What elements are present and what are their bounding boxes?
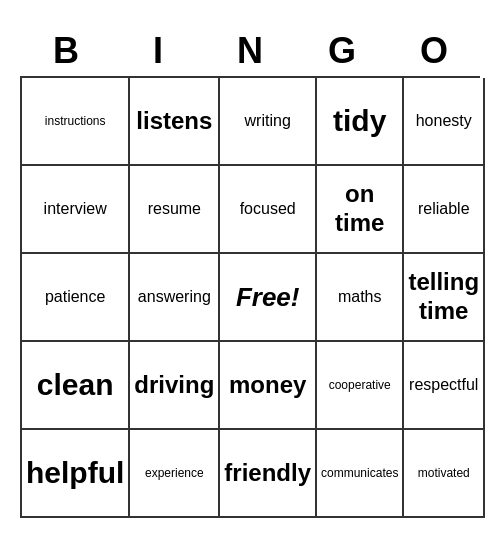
cell-text: writing xyxy=(245,111,291,130)
bingo-cell[interactable]: motivated xyxy=(404,430,485,518)
header-letter: N xyxy=(204,26,296,76)
cell-text: listens xyxy=(136,107,212,136)
cell-text: money xyxy=(229,371,306,400)
header-letter: I xyxy=(112,26,204,76)
header-letter: B xyxy=(20,26,112,76)
bingo-cell[interactable]: tidy xyxy=(317,78,404,166)
bingo-cell[interactable]: ontime xyxy=(317,166,404,254)
bingo-cell[interactable]: experience xyxy=(130,430,220,518)
cell-text: cooperative xyxy=(329,378,391,392)
cell-text: experience xyxy=(145,466,204,480)
cell-text: ontime xyxy=(335,180,384,238)
bingo-cell[interactable]: resume xyxy=(130,166,220,254)
cell-text: friendly xyxy=(224,459,311,488)
cell-text: driving xyxy=(134,371,214,400)
bingo-cell[interactable]: communicates xyxy=(317,430,404,518)
bingo-cell[interactable]: driving xyxy=(130,342,220,430)
bingo-cell[interactable]: patience xyxy=(22,254,130,342)
bingo-cell[interactable]: writing xyxy=(220,78,317,166)
bingo-cell[interactable]: money xyxy=(220,342,317,430)
bingo-cell[interactable]: Free! xyxy=(220,254,317,342)
bingo-cell[interactable]: helpful xyxy=(22,430,130,518)
cell-text: helpful xyxy=(26,455,124,491)
cell-text: instructions xyxy=(45,114,106,128)
bingo-cell[interactable]: tellingtime xyxy=(404,254,485,342)
bingo-grid: instructionslistenswritingtidyhonestyint… xyxy=(20,76,480,518)
cell-text: Free! xyxy=(236,282,300,313)
bingo-cell[interactable]: interview xyxy=(22,166,130,254)
bingo-card: BINGO instructionslistenswritingtidyhone… xyxy=(10,16,490,528)
cell-text: interview xyxy=(44,199,107,218)
cell-text: focused xyxy=(240,199,296,218)
bingo-cell[interactable]: maths xyxy=(317,254,404,342)
bingo-cell[interactable]: cooperative xyxy=(317,342,404,430)
bingo-cell[interactable]: focused xyxy=(220,166,317,254)
bingo-cell[interactable]: answering xyxy=(130,254,220,342)
bingo-cell[interactable]: listens xyxy=(130,78,220,166)
bingo-cell[interactable]: respectful xyxy=(404,342,485,430)
cell-text: patience xyxy=(45,287,106,306)
cell-text: reliable xyxy=(418,199,470,218)
bingo-cell[interactable]: instructions xyxy=(22,78,130,166)
cell-text: honesty xyxy=(416,111,472,130)
bingo-header: BINGO xyxy=(20,26,480,76)
bingo-cell[interactable]: friendly xyxy=(220,430,317,518)
cell-text: resume xyxy=(148,199,201,218)
header-letter: G xyxy=(296,26,388,76)
bingo-cell[interactable]: honesty xyxy=(404,78,485,166)
header-letter: O xyxy=(388,26,480,76)
cell-text: answering xyxy=(138,287,211,306)
cell-text: motivated xyxy=(418,466,470,480)
cell-text: tellingtime xyxy=(408,268,479,326)
bingo-cell[interactable]: reliable xyxy=(404,166,485,254)
cell-text: tidy xyxy=(333,103,386,139)
cell-text: respectful xyxy=(409,375,478,394)
bingo-cell[interactable]: clean xyxy=(22,342,130,430)
cell-text: clean xyxy=(37,367,114,403)
cell-text: maths xyxy=(338,287,382,306)
cell-text: communicates xyxy=(321,466,398,480)
